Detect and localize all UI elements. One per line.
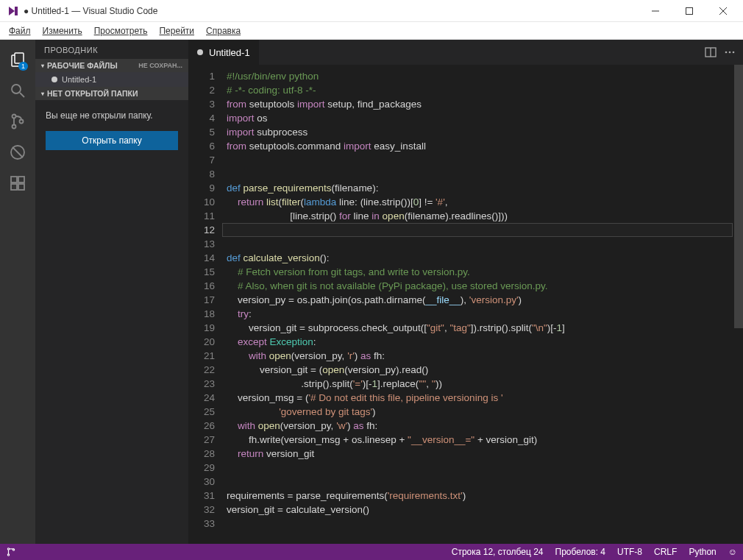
code-line[interactable]: version_git = calculate_version() <box>227 503 733 517</box>
line-number: 5 <box>188 125 215 139</box>
code-line[interactable]: try: <box>227 307 733 321</box>
code-line[interactable]: 'governed by git tags') <box>227 405 733 419</box>
menu-help[interactable]: Справка <box>200 23 246 39</box>
activity-extensions[interactable] <box>0 168 35 199</box>
activity-search[interactable] <box>0 75 35 106</box>
code-line[interactable]: [line.strip() for line in open(filename)… <box>227 209 733 223</box>
svg-point-6 <box>12 85 21 93</box>
git-branch-icon[interactable] <box>6 547 16 557</box>
vertical-scrollbar[interactable] <box>734 65 743 544</box>
code-line[interactable]: # Also, when git is not available (PyPi … <box>227 279 733 293</box>
code-line[interactable]: return version_git <box>227 447 733 461</box>
code-line[interactable]: def calculate_version(): <box>227 251 733 265</box>
code-line[interactable]: from setuptools import setup, find_packa… <box>227 97 733 111</box>
line-number: 26 <box>188 419 215 433</box>
line-number: 28 <box>188 447 215 461</box>
working-files-header[interactable]: ▾ РАБОЧИЕ ФАЙЛЫ НЕ СОХРАН... <box>35 59 188 72</box>
line-number: 29 <box>188 461 215 475</box>
svg-rect-13 <box>11 177 17 182</box>
code-line[interactable] <box>227 223 733 237</box>
titlebar: ● Untitled-1 — Visual Studio Code <box>0 0 743 22</box>
working-files-label: РАБОЧИЕ ФАЙЛЫ <box>47 61 118 70</box>
activity-source-control[interactable] <box>0 106 35 137</box>
code-line[interactable]: version_git = subprocess.check_output(["… <box>227 321 733 335</box>
line-number: 18 <box>188 307 215 321</box>
app-icon <box>7 5 19 17</box>
status-encoding[interactable]: UTF-8 <box>617 547 642 557</box>
activity-explorer[interactable]: 1 <box>0 44 35 75</box>
tab-label: Untitled-1 <box>209 47 250 58</box>
status-position[interactable]: Строка 12, столбец 24 <box>452 547 544 557</box>
code-line[interactable]: from setuptools.command import easy_inst… <box>227 139 733 153</box>
code-line[interactable]: import subprocess <box>227 125 733 139</box>
menu-file[interactable]: Файл <box>3 23 37 39</box>
line-number: 30 <box>188 475 215 489</box>
svg-line-12 <box>13 147 23 157</box>
scrollbar-thumb[interactable] <box>734 65 743 328</box>
code-line[interactable]: # Fetch version from git tags, and write… <box>227 265 733 279</box>
line-number: 22 <box>188 363 215 377</box>
code-line[interactable] <box>227 517 733 531</box>
code-line[interactable]: # -*- coding: utf-8 -*- <box>227 83 733 97</box>
code-line[interactable] <box>227 167 733 181</box>
no-folder-header[interactable]: ▾ НЕТ ОТКРЫТОЙ ПАПКИ <box>35 87 188 100</box>
code-line[interactable] <box>227 153 733 167</box>
line-number: 2 <box>188 83 215 97</box>
open-file-item[interactable]: Untitled-1 <box>35 72 188 87</box>
menu-edit[interactable]: Изменить <box>37 23 88 39</box>
activity-bar: 1 <box>0 40 35 544</box>
code-line[interactable]: requirements = parse_requirements('requi… <box>227 489 733 503</box>
split-editor-icon[interactable] <box>705 46 717 58</box>
menu-view[interactable]: Просмотреть <box>88 23 154 39</box>
line-number: 8 <box>188 167 215 181</box>
code-line[interactable]: def parse_requirements(filename): <box>227 181 733 195</box>
code-line[interactable]: except Exception: <box>227 335 733 349</box>
code-line[interactable]: version_msg = ('# Do not edit this file,… <box>227 391 733 405</box>
code-content[interactable]: #!/usr/bin/env python# -*- coding: utf-8… <box>222 65 733 544</box>
chevron-down-icon: ▾ <box>41 63 44 69</box>
code-line[interactable]: with open(version_py, 'r') as fh: <box>227 349 733 363</box>
code-line[interactable]: version_git = (open(version_py).read() <box>227 363 733 377</box>
line-number: 17 <box>188 293 215 307</box>
status-eol[interactable]: CRLF <box>654 547 677 557</box>
svg-point-8 <box>13 115 16 118</box>
code-line[interactable]: with open(version_py, 'w') as fh: <box>227 419 733 433</box>
code-line[interactable]: .strip().split('=')[-1].replace('"', '')… <box>227 377 733 391</box>
code-line[interactable]: fh.write(version_msg + os.linesep + "__v… <box>227 433 733 447</box>
close-button[interactable] <box>706 0 740 22</box>
tab-untitled[interactable]: Untitled-1 <box>188 40 259 65</box>
svg-point-10 <box>20 120 24 124</box>
window-title: ● Untitled-1 — Visual Studio Code <box>24 6 157 16</box>
code-line[interactable] <box>227 237 733 251</box>
line-number: 24 <box>188 391 215 405</box>
status-indent[interactable]: Пробелов: 4 <box>555 547 606 557</box>
activity-debug[interactable] <box>0 137 35 168</box>
code-line[interactable]: return list(filter(lambda line: (line.st… <box>227 195 733 209</box>
status-bar: Строка 12, столбец 24 Пробелов: 4 UTF-8 … <box>0 544 743 560</box>
line-number: 14 <box>188 251 215 265</box>
gutter: 1234567891011121314151617181920212223242… <box>188 65 222 544</box>
code-line[interactable] <box>227 475 733 489</box>
code-line[interactable]: import os <box>227 111 733 125</box>
more-icon[interactable] <box>724 46 736 58</box>
status-feedback-icon[interactable]: ☺ <box>728 547 737 557</box>
line-number: 4 <box>188 111 215 125</box>
minimize-button[interactable] <box>639 0 672 22</box>
editor[interactable]: 1234567891011121314151617181920212223242… <box>188 65 743 544</box>
code-line[interactable] <box>227 461 733 475</box>
line-number: 20 <box>188 335 215 349</box>
code-line[interactable]: version_py = os.path.join(os.path.dirnam… <box>227 293 733 307</box>
line-number: 6 <box>188 139 215 153</box>
no-folder-label: НЕТ ОТКРЫТОЙ ПАПКИ <box>47 89 138 98</box>
code-line[interactable]: #!/usr/bin/env python <box>227 69 733 83</box>
sidebar: ПРОВОДНИК ▾ РАБОЧИЕ ФАЙЛЫ НЕ СОХРАН... U… <box>35 40 188 544</box>
line-number: 33 <box>188 517 215 531</box>
status-language[interactable]: Python <box>689 547 716 557</box>
svg-point-20 <box>729 52 731 54</box>
maximize-button[interactable] <box>672 0 706 22</box>
open-folder-button[interactable]: Открыть папку <box>46 131 178 150</box>
svg-rect-14 <box>18 177 24 182</box>
line-number: 12 <box>188 223 215 237</box>
menu-go[interactable]: Перейти <box>153 23 200 39</box>
editor-group: Untitled-1 12345678910111213141516171819… <box>188 40 743 544</box>
